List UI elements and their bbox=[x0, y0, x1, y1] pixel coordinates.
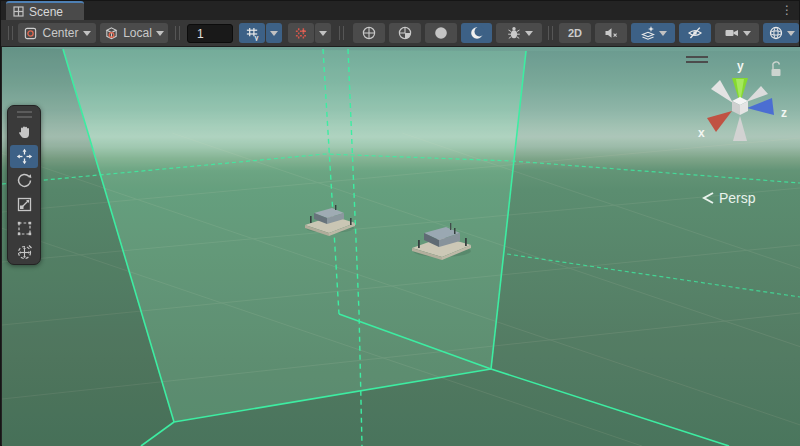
increment-snap-button[interactable] bbox=[288, 23, 314, 43]
toolbar-separator bbox=[8, 26, 13, 40]
camera-settings-dropdown[interactable] bbox=[715, 23, 759, 43]
axis-z-label: z bbox=[781, 106, 787, 120]
chevron-down-icon bbox=[156, 31, 164, 36]
projection-toggle[interactable]: Persp bbox=[702, 190, 756, 206]
crescent-moon-icon bbox=[469, 25, 485, 41]
scene-toolbar: Center Local y bbox=[1, 20, 799, 47]
axis-x-label: x bbox=[698, 126, 705, 140]
projection-label: Persp bbox=[719, 190, 756, 206]
gizmos-dropdown[interactable] bbox=[763, 23, 799, 43]
chevron-down-icon bbox=[525, 31, 533, 36]
scene-viewport[interactable]: y x z Persp bbox=[2, 47, 800, 446]
chevron-down-icon bbox=[319, 31, 327, 36]
debug-mode-dropdown[interactable] bbox=[496, 23, 542, 43]
pivot-mode-label: Center bbox=[41, 26, 79, 40]
chevron-down-icon bbox=[83, 31, 91, 36]
axis-y-label: y bbox=[737, 59, 744, 73]
mode-2d-button[interactable]: 2D bbox=[559, 23, 591, 43]
solid-circle-icon bbox=[433, 25, 449, 41]
draw-mode-solid-button[interactable] bbox=[425, 23, 457, 43]
rotate-circle-icon bbox=[16, 172, 33, 189]
move-arrows-icon bbox=[16, 148, 33, 165]
svg-text:y: y bbox=[254, 34, 258, 41]
toolbar-separator bbox=[548, 26, 553, 40]
toolbar-separator bbox=[175, 26, 180, 40]
rotation-mode-label: Local bbox=[122, 26, 153, 40]
pivot-center-icon bbox=[23, 26, 38, 41]
scene-visibility-toggle[interactable] bbox=[679, 23, 711, 43]
eye-slash-icon bbox=[687, 25, 703, 41]
mode-2d-label: 2D bbox=[568, 27, 582, 39]
chevron-left-icon bbox=[702, 190, 715, 206]
gizmo-neutral-cone[interactable] bbox=[746, 86, 768, 102]
grid-y-icon: y bbox=[245, 26, 260, 41]
scene-lighting-toggle[interactable] bbox=[461, 23, 492, 43]
transform-combined-icon bbox=[16, 244, 33, 261]
rotate-tool-button[interactable] bbox=[10, 169, 38, 192]
orientation-gizmo[interactable]: y x z bbox=[680, 53, 800, 173]
scene-view-window: Scene ⋮ Center Local bbox=[0, 0, 800, 446]
grid-icon bbox=[13, 6, 24, 17]
camera-icon bbox=[724, 25, 740, 41]
audio-toggle-button[interactable] bbox=[595, 23, 627, 43]
draw-mode-wireframe-button[interactable] bbox=[353, 23, 385, 43]
gizmo-x-axis-cone[interactable] bbox=[707, 111, 732, 132]
grid-snap-dropdown[interactable] bbox=[266, 23, 282, 43]
gizmo-z-axis-cone[interactable] bbox=[747, 98, 774, 115]
tab-scene[interactable]: Scene bbox=[6, 1, 84, 20]
snap-increment-input[interactable] bbox=[187, 24, 233, 43]
chevron-down-icon bbox=[659, 31, 667, 36]
speaker-muted-icon bbox=[603, 25, 619, 41]
chevron-down-icon bbox=[270, 31, 278, 36]
gizmo-neutral-cone[interactable] bbox=[711, 80, 733, 103]
bug-icon bbox=[506, 25, 522, 41]
chevron-down-icon bbox=[743, 31, 751, 36]
move-tool-button[interactable] bbox=[10, 145, 38, 168]
tools-drag-handle[interactable] bbox=[17, 111, 32, 118]
tab-bar: Scene ⋮ bbox=[1, 1, 799, 20]
unlocked-padlock-icon[interactable] bbox=[772, 62, 781, 76]
tab-title: Scene bbox=[29, 5, 63, 19]
scale-icon bbox=[16, 196, 33, 213]
effects-dropdown[interactable] bbox=[631, 23, 675, 43]
transform-tool-button[interactable] bbox=[10, 241, 38, 264]
grid-snap-toggle[interactable]: y bbox=[239, 23, 265, 43]
effects-layers-icon bbox=[640, 25, 656, 41]
rect-dashed-icon bbox=[16, 220, 33, 237]
cube-local-icon bbox=[104, 26, 119, 41]
hand-tool-button[interactable] bbox=[10, 121, 38, 144]
wireframe-sphere-icon bbox=[361, 25, 377, 41]
rotation-mode-dropdown[interactable]: Local bbox=[100, 23, 168, 43]
chevron-down-icon bbox=[787, 31, 795, 36]
pivot-mode-dropdown[interactable]: Center bbox=[18, 23, 96, 43]
red-snap-grid-icon bbox=[294, 26, 309, 41]
gizmo-globe-icon bbox=[768, 25, 784, 41]
scale-tool-button[interactable] bbox=[10, 193, 38, 216]
shaded-sphere-icon bbox=[397, 25, 413, 41]
gizmo-center-cube[interactable] bbox=[732, 97, 748, 115]
tools-overlay bbox=[7, 105, 41, 265]
hand-icon bbox=[16, 124, 33, 141]
draw-mode-shaded-button[interactable] bbox=[389, 23, 421, 43]
gizmo-neutral-cone[interactable] bbox=[733, 116, 747, 141]
kebab-menu-icon[interactable]: ⋮ bbox=[781, 3, 793, 18]
increment-snap-dropdown[interactable] bbox=[315, 23, 331, 43]
rect-tool-button[interactable] bbox=[10, 217, 38, 240]
toolbar-separator bbox=[339, 26, 344, 40]
